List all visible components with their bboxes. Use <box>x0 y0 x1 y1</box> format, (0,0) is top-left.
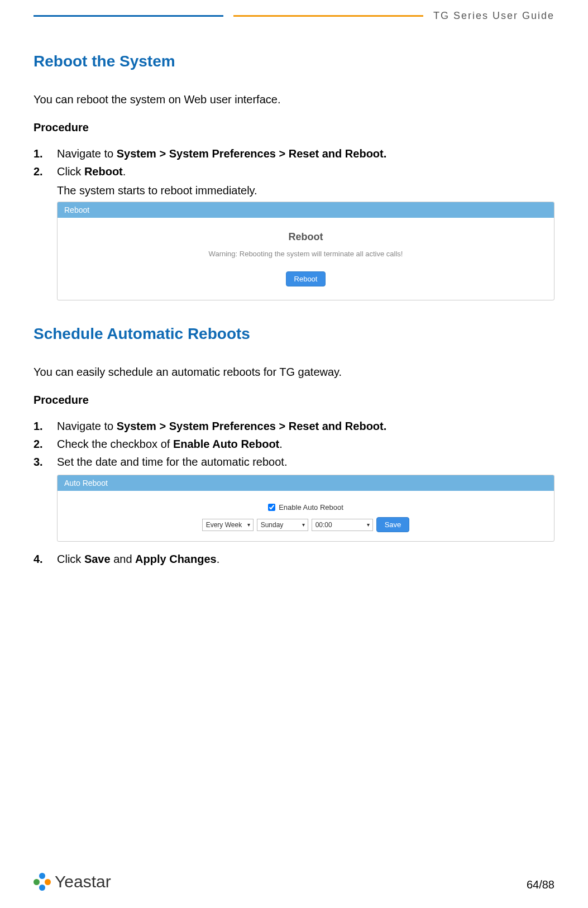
header-rule-orange <box>233 15 423 17</box>
step-number: 1. <box>34 418 43 434</box>
reboot-panel: Reboot Reboot Warning: Rebooting the sys… <box>57 202 554 300</box>
frequency-select[interactable]: Every Week <box>202 519 254 531</box>
time-select[interactable]: 00:00 <box>312 519 373 531</box>
enable-auto-reboot-label: Enable Auto Reboot <box>279 503 343 512</box>
schedule-controls: Every Week Sunday 00:00 Save <box>69 517 543 532</box>
step-bold: Apply Changes <box>135 553 217 565</box>
step-bold: System > System Preferences > Reset and … <box>117 147 387 160</box>
step-text: . <box>123 165 126 178</box>
page-number: 64/88 <box>527 878 554 891</box>
panel-header: Reboot <box>58 202 554 218</box>
procedure-step: 2. Click Reboot. <box>34 163 554 180</box>
procedure-step: 3. Set the date and time for the automat… <box>34 453 554 470</box>
step-bold: Save <box>84 553 111 565</box>
procedure-list: 4. Click Save and Apply Changes. <box>34 551 554 567</box>
procedure-step: 1. Navigate to System > System Preferenc… <box>34 418 554 434</box>
panel-warning: Warning: Rebooting the system will termi… <box>69 250 543 258</box>
page-footer: Yeastar 64/88 <box>34 872 554 891</box>
step-text: Click <box>57 165 84 178</box>
reboot-button[interactable]: Reboot <box>286 271 326 286</box>
logo-icon <box>34 873 51 891</box>
step-number: 2. <box>34 163 43 180</box>
doc-title: TG Series User Guide <box>433 10 554 22</box>
step-text: Click <box>57 553 84 565</box>
procedure-step: 2. Check the checkbox of Enable Auto Reb… <box>34 436 554 452</box>
procedure-label: Procedure <box>34 394 554 407</box>
step-bold: Enable Auto Reboot <box>173 438 279 450</box>
section-intro: You can reboot the system on Web user in… <box>34 92 554 108</box>
day-select[interactable]: Sunday <box>257 519 308 531</box>
page-header: TG Series User Guide <box>34 0 554 22</box>
auto-reboot-panel: Auto Reboot Enable Auto Reboot Every Wee… <box>57 475 554 542</box>
step-text: Navigate to <box>57 147 117 160</box>
step-text: Navigate to <box>57 420 117 432</box>
step-subtext: The system starts to reboot immediately. <box>34 184 554 197</box>
procedure-step: 4. Click Save and Apply Changes. <box>34 551 554 567</box>
procedure-list: 1. Navigate to System > System Preferenc… <box>34 418 554 470</box>
step-bold: System > System Preferences > Reset and … <box>117 420 387 432</box>
step-text: . <box>279 438 283 450</box>
step-text: and <box>111 553 135 565</box>
header-rule-blue <box>34 15 223 17</box>
step-number: 1. <box>34 145 43 162</box>
step-text: Check the checkbox of <box>57 438 173 450</box>
step-text: Set the date and time for the automatic … <box>57 456 287 468</box>
section-heading-reboot: Reboot the System <box>34 52 554 70</box>
section-intro: You can easily schedule an automatic reb… <box>34 364 554 380</box>
brand-logo: Yeastar <box>34 872 111 891</box>
step-text: . <box>217 553 220 565</box>
section-heading-schedule: Schedule Automatic Reboots <box>34 325 554 343</box>
panel-header: Auto Reboot <box>58 475 554 491</box>
procedure-list: 1. Navigate to System > System Preferenc… <box>34 145 554 180</box>
procedure-label: Procedure <box>34 121 554 134</box>
panel-body: Enable Auto Reboot Every Week Sunday 00:… <box>58 491 554 541</box>
step-number: 3. <box>34 453 43 470</box>
step-number: 4. <box>34 551 43 567</box>
procedure-step: 1. Navigate to System > System Preferenc… <box>34 145 554 162</box>
panel-title: Reboot <box>69 231 543 243</box>
brand-name: Yeastar <box>55 872 111 891</box>
step-number: 2. <box>34 436 43 452</box>
panel-body: Reboot Warning: Rebooting the system wil… <box>58 218 554 300</box>
enable-auto-reboot-checkbox[interactable] <box>268 504 275 511</box>
step-bold: Reboot <box>84 165 123 178</box>
save-button[interactable]: Save <box>376 517 410 532</box>
enable-auto-reboot-row: Enable Auto Reboot <box>69 503 543 512</box>
